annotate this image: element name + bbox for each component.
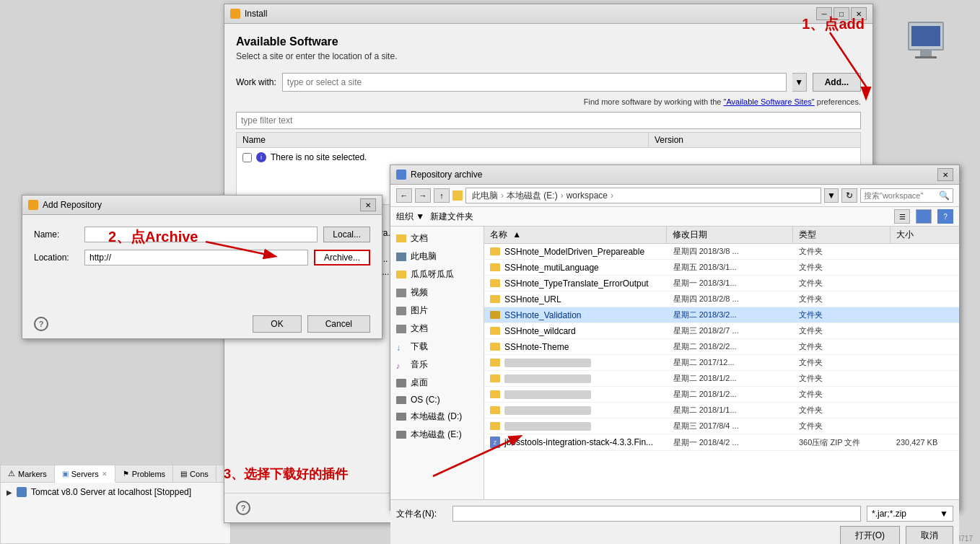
file-cell-name: SSHnote_ModelDriven_Prepareable	[484, 245, 668, 259]
extra-view-button[interactable]	[916, 209, 932, 224]
repo-archive-close-button[interactable]: ✕	[937, 168, 953, 181]
file-cell-date: 星期二 2017/12...	[668, 355, 793, 370]
file-row[interactable]: 星期三 2017/8/4 ...文件夹	[484, 418, 959, 434]
file-row[interactable]: SSHnote_mutiLanguage星期五 2018/3/1...文件夹	[484, 260, 959, 276]
file-cell-name	[484, 404, 668, 417]
work-with-input[interactable]	[282, 73, 787, 92]
ok-button[interactable]: OK	[253, 315, 301, 333]
forward-nav-button[interactable]: →	[415, 188, 431, 203]
file-row[interactable]: SSHnote_ModelDriven_Prepareable星期四 2018/…	[484, 244, 959, 260]
archive-cancel-button[interactable]: 取消	[906, 526, 953, 544]
file-row[interactable]: SSHnote_URL星期四 2018/2/8 ...文件夹	[484, 291, 959, 307]
help-view-button[interactable]: ?	[937, 209, 953, 224]
work-with-dropdown-arrow[interactable]: ▼	[792, 73, 807, 92]
install-window-icon	[230, 9, 240, 19]
name-input[interactable]	[84, 227, 318, 242]
search-input[interactable]	[864, 191, 936, 200]
add-repo-help-icon[interactable]: ?	[34, 317, 48, 331]
file-cell-type: 文件夹	[793, 418, 891, 434]
file-cell-name: SSHnote_URL	[484, 292, 668, 307]
new-folder-button[interactable]: 新建文件夹	[430, 211, 473, 223]
view-button[interactable]: ☰	[894, 209, 910, 224]
tab-servers[interactable]: ▣ Servers ✕	[55, 465, 115, 483]
tab-markers[interactable]: ⚠ Markers	[1, 465, 55, 482]
close-button[interactable]: ✕	[851, 7, 867, 20]
file-cell-type: 文件夹	[793, 244, 891, 259]
file-cell-name	[484, 388, 668, 401]
sidebar-music[interactable]: ♪ 音乐	[390, 356, 484, 374]
file-row[interactable]: 星期二 2018/1/2...文件夹	[484, 371, 959, 387]
location-row: Location: Archive...	[34, 250, 370, 266]
file-cell-size	[891, 392, 959, 397]
filename-input[interactable]	[452, 506, 861, 522]
file-cell-date: 星期一 2018/3/1...	[668, 276, 793, 291]
no-site-checkbox[interactable]	[242, 153, 252, 162]
back-nav-button[interactable]: ←	[396, 188, 412, 203]
file-row[interactable]: 星期二 2017/12...文件夹	[484, 355, 959, 371]
column-version: Version	[649, 133, 860, 147]
add-site-button[interactable]: Add...	[813, 73, 861, 92]
archive-toolbar-2: 组织 ▼ 新建文件夹 ☰ ?	[390, 207, 959, 227]
organize-button[interactable]: 组织 ▼	[396, 211, 424, 223]
location-input[interactable]	[84, 250, 308, 266]
add-repo-close-button[interactable]: ✕	[360, 198, 376, 211]
file-row[interactable]: SSHnote-Theme星期二 2018/2/2...文件夹	[484, 339, 959, 355]
name-row: Name: Local...	[34, 227, 370, 242]
file-cell-size	[891, 281, 959, 286]
install-header: Available Software	[236, 35, 861, 48]
sidebar-downloads[interactable]: ↓ 下载	[390, 338, 484, 356]
up-nav-button[interactable]: ↑	[434, 188, 450, 203]
sidebar-pictures[interactable]: 图片	[390, 302, 484, 320]
guagua-folder-icon	[396, 271, 406, 278]
tab-console[interactable]: ▤ Cons	[173, 465, 216, 482]
filter-input[interactable]	[236, 112, 861, 129]
sidebar-drive-d[interactable]: 本地磁盘 (D:)	[390, 408, 484, 426]
marker-icon: ⚠	[8, 469, 15, 478]
file-list-header: 名称 ▲ 修改日期 类型 大小	[484, 227, 959, 244]
sidebar-computer[interactable]: 此电脑	[390, 247, 484, 266]
file-list-container: 名称 ▲ 修改日期 类型 大小 SSHnote_ModelDriven_Prep…	[484, 227, 959, 499]
find-more-text: Find more software by working with the "…	[236, 97, 861, 106]
path-dropdown-arrow[interactable]: ▼	[824, 188, 839, 203]
filetype-combo[interactable]: *.jar;*.zip ▼	[867, 506, 953, 522]
music-icon: ♪	[396, 361, 406, 369]
file-cell-date: 星期一 2018/4/2 ...	[668, 435, 793, 450]
file-row[interactable]: 星期二 2018/1/1...文件夹	[484, 403, 959, 418]
file-cell-date: 星期二 2018/2/2...	[668, 339, 793, 354]
file-row[interactable]: SSHnote_TypeTranslate_ErrorOutput星期一 201…	[484, 276, 959, 291]
file-cell-type: 文件夹	[793, 339, 891, 354]
drive-c-icon	[396, 396, 406, 404]
sidebar-drive-e[interactable]: 本地磁盘 (E:)	[390, 426, 484, 444]
maximize-button[interactable]: □	[834, 7, 849, 20]
folder-icon	[490, 359, 500, 367]
available-software-link[interactable]: "Available Software Sites"	[724, 97, 815, 106]
sidebar-documents[interactable]: 文档	[390, 229, 484, 247]
install-help-icon[interactable]: ?	[236, 501, 250, 515]
bottom-tabs: ⚠ Markers ▣ Servers ✕ ⚑ Problems ▤ Cons	[1, 465, 230, 483]
file-cell-name: SSHnote_Validation	[484, 308, 668, 323]
file-row[interactable]: Zjbosstools-integration-stack-4.3.3.Fin.…	[484, 434, 959, 451]
folder-icon	[490, 343, 500, 351]
file-cell-type: 文件夹	[793, 260, 891, 275]
refresh-button[interactable]: ↻	[841, 188, 857, 203]
install-title-text: Install	[245, 9, 267, 19]
file-row[interactable]: 星期二 2018/1/2...文件夹	[484, 387, 959, 403]
archive-button[interactable]: Archive...	[314, 250, 370, 266]
folder-icon	[490, 422, 500, 430]
file-cell-type: 文件夹	[793, 387, 891, 402]
sidebar-video[interactable]: 视频	[390, 284, 484, 302]
file-cell-type: 文件夹	[793, 371, 891, 386]
file-cell-name: SSHnote_mutiLanguage	[484, 260, 668, 275]
open-button[interactable]: 打开(O)	[840, 526, 900, 544]
sidebar-guagua[interactable]: 瓜瓜呀瓜瓜	[390, 266, 484, 284]
repo-archive-titlebar: Repository archive ✕	[390, 165, 959, 185]
sidebar-documents2[interactable]: 文档	[390, 320, 484, 338]
sidebar-drive-c[interactable]: OS (C:)	[390, 392, 484, 408]
sidebar-desktop[interactable]: 桌面	[390, 374, 484, 392]
tab-problems[interactable]: ⚑ Problems	[115, 465, 173, 482]
file-row[interactable]: SSHnote_Validation星期二 2018/3/2...文件夹	[484, 307, 959, 323]
local-button[interactable]: Local...	[323, 227, 370, 242]
minimize-button[interactable]: ─	[816, 7, 832, 20]
add-repo-cancel-button[interactable]: Cancel	[307, 315, 370, 333]
file-row[interactable]: SSHnote_wildcard星期三 2018/2/7 ...文件夹	[484, 323, 959, 339]
